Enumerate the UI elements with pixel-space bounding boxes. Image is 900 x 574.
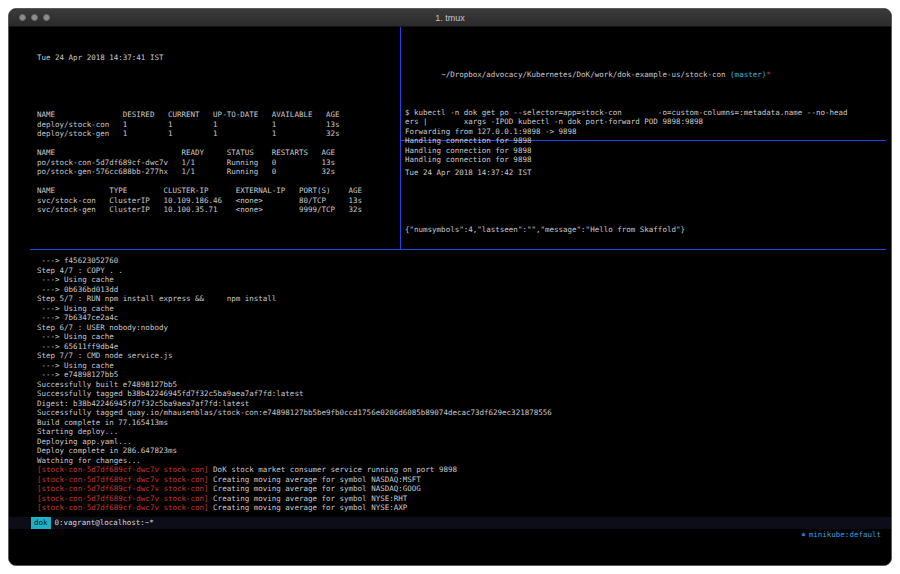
git-dirty-marker: * bbox=[766, 70, 771, 79]
log-text: ---> Using cache bbox=[37, 332, 114, 341]
log-line: [stock-con-5d7df689cf-dwc7v stock-con] C… bbox=[37, 494, 552, 504]
pane-kubectl-watch[interactable]: Tue 24 Apr 2018 14:37:41 IST NAME DESIRE… bbox=[37, 34, 362, 234]
log-text: Step 6/7 : USER nobody:nobody bbox=[37, 323, 168, 332]
log-text: Successfully built e74898127bb5 bbox=[37, 380, 177, 389]
titlebar[interactable]: 1. tmux bbox=[9, 9, 891, 27]
prompt-path: ~/Dropbox/advocacy/Kubernetes/DoK/work/d… bbox=[441, 70, 730, 79]
shell-prompt: ~/Dropbox/advocacy/Kubernetes/DoK/work/d… bbox=[405, 60, 848, 89]
log-line: Deploy complete in 286.647823ms bbox=[37, 446, 552, 456]
log-line: Digest: b38b42246945fd7f32c5ba9aea7af7fd… bbox=[37, 399, 552, 409]
log-text: ---> Using cache bbox=[37, 304, 114, 313]
minimize-button[interactable] bbox=[31, 14, 38, 21]
spacer bbox=[405, 197, 685, 207]
log-line: Successfully tagged b38b42246945fd7f32c5… bbox=[37, 389, 552, 399]
kubernetes-helm-icon: ⎈ bbox=[801, 530, 806, 539]
log-line: ---> 7b6347ce2a4c bbox=[37, 313, 552, 323]
log-line: ---> e74898127bb5 bbox=[37, 370, 552, 380]
log-line: ---> Using cache bbox=[37, 361, 552, 371]
pane-skaffold-log[interactable]: ---> f45623052760Step 4/7 : COPY . . ---… bbox=[37, 256, 552, 513]
log-text: ---> e74898127bb5 bbox=[37, 370, 118, 379]
kubectl-timestamp: Tue 24 Apr 2018 14:37:41 IST bbox=[37, 53, 362, 63]
log-line: ---> Using cache bbox=[37, 332, 552, 342]
zoom-button[interactable] bbox=[43, 14, 50, 21]
log-text: Watching for changes... bbox=[37, 456, 141, 465]
terminal-content: Tue 24 Apr 2018 14:37:41 IST NAME DESIRE… bbox=[9, 27, 891, 565]
log-text: Creating moving average for symbol NASDA… bbox=[209, 475, 421, 484]
log-line: [stock-con-5d7df689cf-dwc7v stock-con] D… bbox=[37, 465, 552, 475]
log-text: Creating moving average for symbol NYSE:… bbox=[209, 494, 408, 503]
log-text: Digest: b38b42246945fd7f32c5ba9aea7af7fd… bbox=[37, 399, 249, 408]
log-line: ---> Using cache bbox=[37, 304, 552, 314]
log-text: ---> 0b636bd013dd bbox=[37, 285, 118, 294]
log-text: Successfully tagged b38b42246945fd7f32c5… bbox=[37, 389, 303, 398]
session-badge[interactable]: dok bbox=[31, 517, 51, 529]
log-text: Step 5/7 : RUN npm install express && np… bbox=[37, 294, 276, 303]
log-text: Deploying app.yaml... bbox=[37, 437, 132, 446]
curl-response-json: {"numsymbols":4,"lastseen":"","message":… bbox=[405, 225, 685, 235]
log-text: Deploy complete in 286.647823ms bbox=[37, 446, 177, 455]
pod-log-prefix: [stock-con-5d7df689cf-dwc7v stock-con] bbox=[37, 465, 209, 474]
log-text: ---> f45623052760 bbox=[37, 256, 118, 265]
log-text: Build complete in 77.165413ms bbox=[37, 418, 168, 427]
log-line: Step 4/7 : COPY . . bbox=[37, 266, 552, 276]
pane-curl[interactable]: Tue 24 Apr 2018 14:37:42 IST {"numsymbol… bbox=[405, 149, 685, 254]
log-text: DoK stock market consumer service runnin… bbox=[209, 465, 457, 474]
pane-divider-vertical[interactable] bbox=[400, 27, 401, 249]
pod-log-prefix: [stock-con-5d7df689cf-dwc7v stock-con] bbox=[37, 484, 209, 493]
log-line: Build complete in 77.165413ms bbox=[37, 418, 552, 428]
log-line: Successfully tagged quay.io/mhausenblas/… bbox=[37, 408, 552, 418]
log-text: Creating moving average for symbol NASDA… bbox=[209, 484, 421, 493]
curl-timestamp: Tue 24 Apr 2018 14:37:42 IST bbox=[405, 168, 685, 178]
log-line: ---> Using cache bbox=[37, 275, 552, 285]
log-line: Starting deploy... bbox=[37, 427, 552, 437]
log-line: Deploying app.yaml... bbox=[37, 437, 552, 447]
kube-context: ⎈minikube:default bbox=[765, 517, 881, 553]
log-text: ---> 7b6347ce2a4c bbox=[37, 313, 118, 322]
log-line: [stock-con-5d7df689cf-dwc7v stock-con] C… bbox=[37, 484, 552, 494]
log-line: Step 7/7 : CMD node service.js bbox=[37, 351, 552, 361]
log-text: ---> 65611ff9db4e bbox=[37, 342, 118, 351]
window-title: 1. tmux bbox=[435, 13, 465, 23]
log-line: [stock-con-5d7df689cf-dwc7v stock-con] C… bbox=[37, 503, 552, 513]
pod-log-prefix: [stock-con-5d7df689cf-dwc7v stock-con] bbox=[37, 475, 209, 484]
git-branch: (master) bbox=[730, 70, 766, 79]
close-button[interactable] bbox=[19, 14, 26, 21]
log-text: ---> Using cache bbox=[37, 361, 114, 370]
log-line: [stock-con-5d7df689cf-dwc7v stock-con] C… bbox=[37, 475, 552, 485]
log-text: Successfully tagged quay.io/mhausenblas/… bbox=[37, 408, 552, 417]
pod-log-prefix: [stock-con-5d7df689cf-dwc7v stock-con] bbox=[37, 494, 209, 503]
log-text: ---> Using cache bbox=[37, 275, 114, 284]
kubectl-tables: NAME DESIRED CURRENT UP-TO-DATE AVAILABL… bbox=[37, 110, 362, 215]
terminal-window: 1. tmux Tue 24 Apr 2018 14:37:41 IST NAM… bbox=[8, 8, 892, 566]
log-line: Step 5/7 : RUN npm install express && np… bbox=[37, 294, 552, 304]
log-line: Successfully built e74898127bb5 bbox=[37, 380, 552, 390]
traffic-lights bbox=[19, 9, 50, 26]
log-text: Step 4/7 : COPY . . bbox=[37, 266, 123, 275]
kube-context-label: minikube:default bbox=[809, 530, 881, 539]
log-line: ---> 65611ff9db4e bbox=[37, 342, 552, 352]
log-text: Starting deploy... bbox=[37, 427, 118, 436]
log-line: Watching for changes... bbox=[37, 456, 552, 466]
status-window-item[interactable]: 0:vagrant@localhost:~* bbox=[55, 517, 154, 529]
log-line: Step 6/7 : USER nobody:nobody bbox=[37, 323, 552, 333]
pod-log-prefix: [stock-con-5d7df689cf-dwc7v stock-con] bbox=[37, 503, 209, 512]
log-text: Step 7/7 : CMD node service.js bbox=[37, 351, 172, 360]
spacer bbox=[37, 82, 362, 92]
tmux-statusbar: dok 0:vagrant@localhost:~* ⎈minikube:def… bbox=[9, 517, 891, 529]
log-line: ---> 0b636bd013dd bbox=[37, 285, 552, 295]
log-line: ---> f45623052760 bbox=[37, 256, 552, 266]
log-text: Creating moving average for symbol NYSE:… bbox=[209, 503, 408, 512]
